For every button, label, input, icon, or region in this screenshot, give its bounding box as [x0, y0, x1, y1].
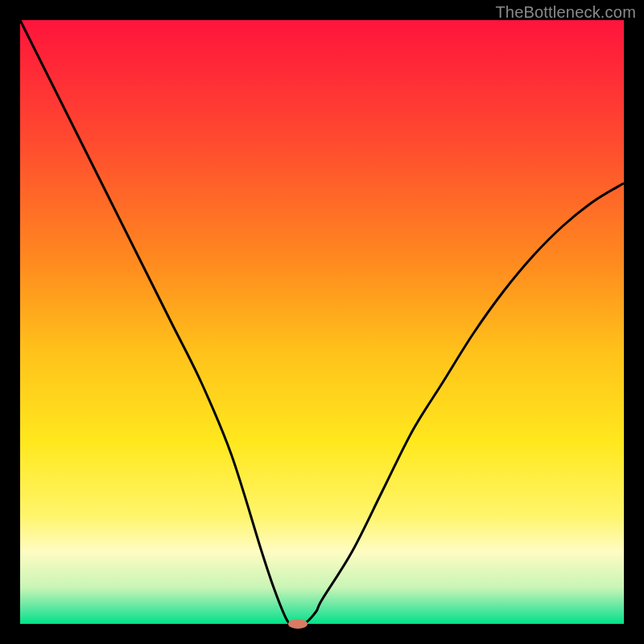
chart-svg — [0, 0, 644, 644]
plot-background — [20, 20, 624, 624]
chart-stage: TheBottleneck.com — [0, 0, 644, 644]
watermark-label: TheBottleneck.com — [495, 3, 636, 22]
minimum-marker — [288, 619, 308, 629]
